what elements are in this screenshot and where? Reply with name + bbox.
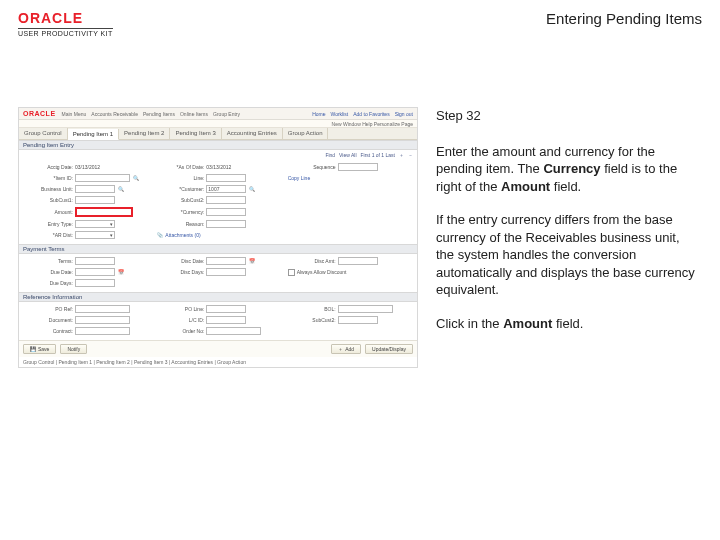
attachments-link[interactable]: Attachments (0) <box>165 232 200 238</box>
subnav[interactable]: New Window Help Personalize Page <box>332 121 413 127</box>
disc-amt-input[interactable] <box>338 257 378 265</box>
toolbar-range: First 1 of 1 Last <box>361 152 395 158</box>
label-order-no: Order No: <box>156 328 204 334</box>
currency-input[interactable] <box>206 208 246 216</box>
item-id-input[interactable] <box>75 174 130 182</box>
ar-dist-select[interactable] <box>75 231 115 239</box>
tab-pending-item-2[interactable]: Pending Item 2 <box>119 128 170 139</box>
add-button-label: Add <box>345 346 354 352</box>
subcust1-input[interactable] <box>75 196 115 204</box>
label-business-unit: Business Unit: <box>25 186 73 192</box>
label-currency: *Currency: <box>156 209 204 215</box>
app-screenshot: ORACLE Main Menu Accounts Receivable Pen… <box>18 107 418 368</box>
label-lc-id: L/C ID: <box>156 317 204 323</box>
calendar-icon[interactable]: 📅 <box>248 258 255 265</box>
delete-row-icon[interactable]: － <box>408 152 413 158</box>
sequence-input[interactable] <box>338 163 378 171</box>
contract-input[interactable] <box>75 327 130 335</box>
due-date-input[interactable] <box>75 268 115 276</box>
text-bold: Amount <box>501 179 550 194</box>
tab-pending-item-1[interactable]: Pending Item 1 <box>68 129 119 140</box>
label-as-of-date: *As Of Date: <box>156 164 204 170</box>
label-subcust1: SubCust1: <box>25 197 73 203</box>
copy-line-link[interactable]: Copy Line <box>288 175 311 181</box>
tab-pending-item-3[interactable]: Pending Item 3 <box>170 128 221 139</box>
link-signout[interactable]: Sign out <box>395 111 413 117</box>
order-no-input[interactable] <box>206 327 261 335</box>
lc-id-input[interactable] <box>206 316 246 324</box>
label-ar-dist: *AR Dist: <box>25 232 73 238</box>
attachment-icon[interactable]: 📎 <box>156 232 163 239</box>
disc-date-input[interactable] <box>206 257 246 265</box>
value-acctg-date: 03/13/2012 <box>75 164 100 170</box>
label-acctg-date: Acctg Date: <box>25 164 73 170</box>
label-disc-amt: Disc Amt: <box>288 258 336 264</box>
nav-item[interactable]: Online Items <box>180 111 208 117</box>
lookup-icon[interactable]: 🔍 <box>132 175 139 182</box>
nav-item[interactable]: Accounts Receivable <box>91 111 138 117</box>
section-payment-terms: Payment Terms <box>19 244 417 254</box>
entry-type-select[interactable] <box>75 220 115 228</box>
calendar-icon[interactable]: 📅 <box>117 269 124 276</box>
tab-group-action[interactable]: Group Action <box>283 128 329 139</box>
bottom-tab-links[interactable]: Group Control | Pending Item 1 | Pending… <box>19 357 417 367</box>
instruction-p1: Enter the amount and currency for the pe… <box>436 143 696 196</box>
label-disc-date: Disc Date: <box>156 258 204 264</box>
add-button[interactable]: ＋Add <box>331 344 361 354</box>
label-reason: Reason: <box>156 221 204 227</box>
label-disc-days: Disc Days: <box>156 269 204 275</box>
customer-input[interactable]: 1007 <box>206 185 246 193</box>
instruction-panel: Step 32 Enter the amount and currency fo… <box>436 107 696 368</box>
section-pending-item-entry: Pending Item Entry <box>19 140 417 150</box>
subcust2-ref-input[interactable] <box>338 316 378 324</box>
label-contract: Contract: <box>25 328 73 334</box>
document-input[interactable] <box>75 316 130 324</box>
disc-days-input[interactable] <box>206 268 246 276</box>
label-entry-type: Entry Type: <box>25 221 73 227</box>
tab-accounting-entries[interactable]: Accounting Entries <box>222 128 283 139</box>
app-breadcrumb: Main Menu Accounts Receivable Pending It… <box>62 111 240 117</box>
label-document: Document: <box>25 317 73 323</box>
text-run: field. <box>552 316 583 331</box>
link-favorites[interactable]: Add to Favorites <box>353 111 389 117</box>
reason-input[interactable] <box>206 220 246 228</box>
po-line-input[interactable] <box>206 305 246 313</box>
nav-item[interactable]: Group Entry <box>213 111 240 117</box>
allow-discount-checkbox[interactable] <box>288 269 295 276</box>
logo-subtitle: USER PRODUCTIVITY KIT <box>18 28 113 37</box>
link-home[interactable]: Home <box>312 111 325 117</box>
nav-item[interactable]: Pending Items <box>143 111 175 117</box>
text-run: Click in the <box>436 316 503 331</box>
text-bold: Amount <box>503 316 552 331</box>
lookup-icon[interactable]: 🔍 <box>117 186 124 193</box>
po-ref-input[interactable] <box>75 305 130 313</box>
label-terms: Terms: <box>25 258 73 264</box>
amount-input[interactable] <box>75 207 133 217</box>
terms-input[interactable] <box>75 257 115 265</box>
business-unit-input[interactable] <box>75 185 115 193</box>
save-button-label: Save <box>38 346 49 352</box>
due-days-input[interactable] <box>75 279 115 287</box>
lookup-icon[interactable]: 🔍 <box>248 186 255 193</box>
update-button-label: Update/Display <box>372 346 406 352</box>
label-due-date: Due Date: <box>25 269 73 275</box>
section-reference-info: Reference Information <box>19 292 417 302</box>
label-item-id: *Item ID: <box>25 175 73 181</box>
toolbar-viewall[interactable]: View All <box>339 152 356 158</box>
brand-logo: ORACLE USER PRODUCTIVITY KIT <box>18 10 113 37</box>
label-allow-discount: Always Allow Discount <box>297 269 347 275</box>
nav-item[interactable]: Main Menu <box>62 111 87 117</box>
bol-input[interactable] <box>338 305 393 313</box>
logo-text: ORACLE <box>18 10 113 26</box>
link-worklist[interactable]: Worklist <box>331 111 349 117</box>
document-title: Entering Pending Items <box>546 10 702 27</box>
add-row-icon[interactable]: ＋ <box>399 152 404 158</box>
save-button[interactable]: 💾Save <box>23 344 56 354</box>
subcust2-input[interactable] <box>206 196 246 204</box>
text-bold: Currency <box>543 161 600 176</box>
toolbar-find[interactable]: Find <box>325 152 335 158</box>
line-input[interactable] <box>206 174 246 182</box>
notify-button[interactable]: Notify <box>60 344 87 354</box>
update-button[interactable]: Update/Display <box>365 344 413 354</box>
tab-group-control[interactable]: Group Control <box>19 128 68 139</box>
